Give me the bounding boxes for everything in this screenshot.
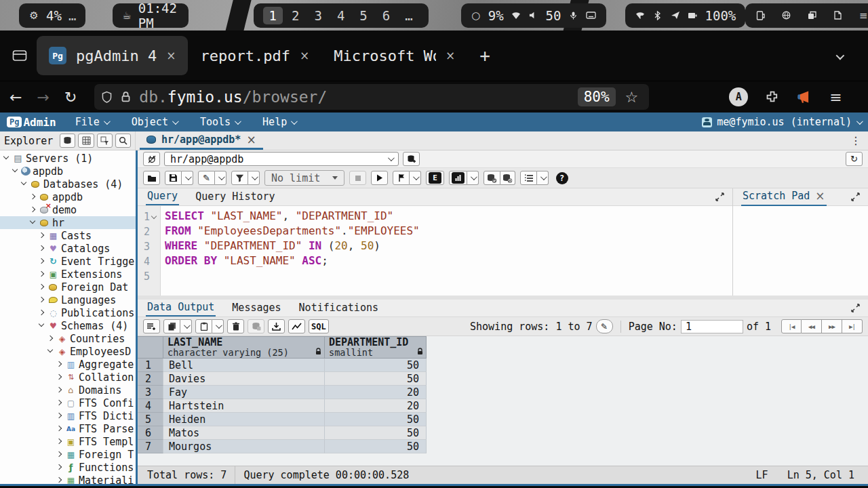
code-line[interactable] — [165, 269, 732, 284]
tree-item[interactable]: FTS Parse — [0, 422, 136, 435]
tab-overview-icon[interactable] — [8, 44, 31, 67]
expand-icon[interactable] — [56, 373, 64, 382]
explorer-grid-button[interactable] — [78, 134, 94, 148]
tree-item[interactable]: Publications — [0, 306, 136, 319]
cell-last-name[interactable]: Bell — [163, 359, 325, 372]
copy-button[interactable] — [163, 319, 180, 333]
grid-corner-cell[interactable] — [138, 336, 163, 359]
tab-scratch-pad[interactable]: Scratch Pad — [741, 188, 827, 206]
windows-icon[interactable] — [806, 10, 817, 21]
expand-icon[interactable] — [56, 386, 64, 394]
bookmark-star-icon[interactable] — [625, 89, 639, 106]
close-icon[interactable] — [246, 133, 256, 146]
edit-range-button[interactable]: ✎ — [596, 319, 613, 333]
column-header[interactable]: LAST_NAMEcharacter varying (25) — [163, 336, 325, 359]
zoom-level-badge[interactable]: 80% — [578, 87, 616, 106]
list-tabs-chevron-icon[interactable] — [836, 49, 842, 62]
tree-item[interactable]: Aggregate — [0, 358, 136, 371]
address-bar[interactable]: db.fymio.us/browser/ 80% — [94, 84, 649, 110]
page-number-input[interactable] — [681, 320, 743, 333]
expand-icon[interactable] — [56, 399, 64, 407]
pgadmin-logo[interactable]: PgAdmin — [7, 116, 56, 129]
code-line[interactable]: WHERE "DEPARTMENT_ID" IN (20, 50) — [165, 239, 732, 254]
row-number-cell[interactable]: 2 — [138, 372, 163, 386]
tree-item[interactable]: Schemas (4) — [0, 319, 136, 332]
tree-item[interactable]: FTS Confi — [0, 396, 136, 409]
workspace-button[interactable]: 5 — [353, 7, 373, 24]
cpu-indicator[interactable]: ⚙ 4% … — [19, 3, 85, 28]
delete-row-button[interactable] — [227, 319, 244, 333]
tab-query-history[interactable]: Query History — [194, 189, 276, 205]
close-tab-icon[interactable] — [166, 49, 176, 62]
explain-button[interactable]: E — [426, 171, 444, 185]
menu-object[interactable]: Object — [132, 116, 177, 128]
workspace-button[interactable]: 1 — [263, 7, 283, 24]
panel-menu-kebab-icon[interactable] — [850, 131, 861, 150]
explorer-filter-button[interactable] — [97, 134, 113, 148]
expand-icon[interactable] — [47, 334, 56, 343]
close-tab-icon[interactable] — [446, 49, 455, 62]
reload-icon[interactable]: ↻ — [64, 89, 77, 106]
tree-item[interactable]: Servers (1) — [0, 152, 136, 165]
expand-icon[interactable] — [38, 244, 47, 253]
collapse-icon[interactable] — [29, 218, 38, 227]
row-number-cell[interactable]: 7 — [138, 440, 163, 453]
last-page-button[interactable]: ▶| — [842, 319, 863, 333]
cell-department-id[interactable]: 50 — [325, 426, 427, 440]
rollback-button[interactable] — [500, 171, 515, 185]
expand-icon[interactable] — [29, 192, 38, 201]
cell-department-id[interactable]: 50 — [325, 440, 427, 453]
macros-caret[interactable] — [537, 171, 549, 185]
filter-button[interactable] — [231, 171, 248, 185]
tree-item[interactable]: Countries — [0, 332, 136, 345]
cell-last-name[interactable]: Davies — [163, 372, 325, 386]
eol-indicator[interactable]: LF — [756, 469, 768, 481]
commit-button[interactable] — [484, 171, 500, 185]
row-number-cell[interactable]: 4 — [138, 399, 163, 413]
save-results-to-file-button[interactable] — [268, 319, 285, 333]
connection-status-button[interactable] — [143, 152, 160, 166]
tree-item[interactable]: FTS Dicti — [0, 409, 136, 422]
tree-item[interactable]: EmployeesD — [0, 345, 136, 358]
execute-options-caret[interactable] — [410, 171, 421, 185]
menu-icon[interactable]: ≡ — [858, 10, 868, 21]
tree-item[interactable]: Foreign Dat — [0, 281, 136, 293]
first-page-button[interactable]: |◀ — [781, 319, 802, 333]
row-number-cell[interactable]: 3 — [138, 386, 163, 399]
new-tab-button[interactable]: + — [479, 45, 490, 66]
collapse-icon[interactable] — [3, 154, 12, 163]
execute-options-button[interactable] — [393, 171, 410, 185]
expand-icon[interactable] — [29, 205, 38, 214]
workspace-button[interactable]: 3 — [308, 7, 328, 24]
tree-item[interactable]: FTS Templ — [0, 435, 136, 448]
tree-item[interactable]: appdb — [0, 165, 136, 178]
prev-page-button[interactable]: ◀◀ — [802, 319, 822, 333]
tab-data-output[interactable]: Data Output — [146, 300, 216, 317]
collapse-icon[interactable] — [12, 167, 20, 176]
expand-scratch-icon[interactable] — [851, 192, 860, 201]
cell-department-id[interactable]: 50 — [325, 359, 427, 372]
tree-item[interactable]: Functions — [0, 461, 136, 474]
save-data-changes-button[interactable] — [248, 319, 264, 333]
expand-icon[interactable] — [56, 476, 64, 484]
user-menu[interactable]: me@fymio.us (internal) — [702, 116, 861, 128]
tree-item[interactable]: Domains — [0, 384, 136, 396]
network-battery[interactable]: 100% — [625, 3, 746, 28]
tree-item[interactable]: Casts — [0, 229, 136, 242]
workspace-button[interactable]: 6 — [376, 7, 396, 24]
workspace-button[interactable]: 2 — [285, 7, 305, 24]
execute-button[interactable] — [371, 171, 388, 185]
new-connection-button[interactable] — [403, 152, 420, 166]
help-button[interactable]: ? — [553, 171, 570, 186]
explorer-search-button[interactable] — [115, 134, 131, 148]
lock-icon[interactable] — [121, 91, 131, 103]
code-line[interactable]: SELECT "LAST_NAME", "DEPARTMENT_ID" — [165, 209, 732, 224]
workspace-button[interactable]: … — [399, 7, 418, 24]
row-number-cell[interactable]: 1 — [138, 359, 163, 372]
expand-icon[interactable] — [56, 463, 64, 472]
cell-department-id[interactable]: 50 — [325, 413, 427, 426]
tab-messages[interactable]: Messages — [231, 300, 282, 316]
column-header[interactable]: DEPARTMENT_IDsmallint — [325, 336, 427, 359]
explain-analyze-button[interactable] — [449, 171, 467, 185]
cell-department-id[interactable]: 20 — [325, 386, 427, 399]
